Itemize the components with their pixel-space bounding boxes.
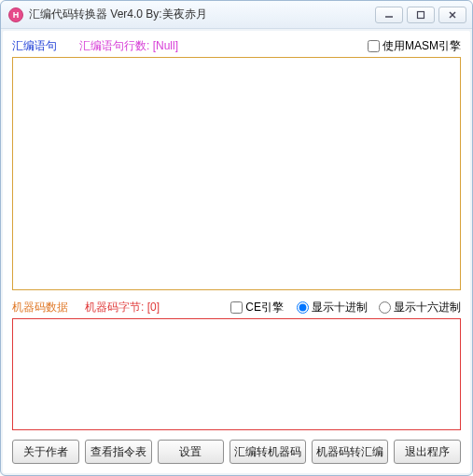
app-window: 汇编代码转换器 Ver4.0 By:美夜赤月 汇编语句 汇编语句行数: [Nul…: [0, 0, 473, 476]
asm-textarea[interactable]: [12, 57, 461, 290]
mc-header-row: 机器码数据 机器码字节: [0] CE引擎 显示十进制 显示十六进制: [12, 298, 461, 316]
mc-bytes-label-text: 机器码字节:: [85, 301, 144, 314]
use-masm-checkbox[interactable]: 使用MASM引擎: [368, 38, 461, 54]
minimize-button[interactable]: [375, 7, 403, 23]
window-title: 汇编代码转换器 Ver4.0 By:美夜赤月: [29, 7, 371, 22]
asm-to-mc-button[interactable]: 汇编转机器码: [230, 440, 306, 464]
opcode-table-button[interactable]: 查看指令表: [85, 440, 152, 464]
asm-lines-value: [Null]: [153, 39, 178, 52]
mc-textarea[interactable]: [12, 318, 461, 430]
close-button[interactable]: [438, 7, 466, 23]
app-icon: [8, 7, 23, 22]
asm-label: 汇编语句: [12, 38, 57, 54]
radix-dec-label: 显示十进制: [312, 300, 368, 315]
use-masm-label: 使用MASM引擎: [383, 38, 461, 54]
about-button[interactable]: 关于作者: [12, 440, 79, 464]
settings-button[interactable]: 设置: [158, 440, 225, 464]
button-row: 关于作者 查看指令表 设置 汇编转机器码 机器码转汇编 退出程序: [12, 440, 461, 464]
titlebar[interactable]: 汇编代码转换器 Ver4.0 By:美夜赤月: [1, 1, 472, 29]
asm-lines-label: 汇编语句行数: [Null]: [79, 38, 178, 54]
svg-rect-1: [418, 11, 424, 18]
mc-label: 机器码数据: [12, 300, 68, 315]
maximize-icon: [416, 10, 425, 20]
window-controls: [371, 7, 466, 23]
mc-bytes-value: [0]: [147, 301, 160, 314]
exit-button[interactable]: 退出程序: [394, 440, 461, 464]
close-icon: [448, 10, 457, 20]
maximize-button[interactable]: [407, 7, 435, 23]
ce-engine-checkbox-input[interactable]: [230, 301, 243, 314]
mc-to-asm-button[interactable]: 机器码转汇编: [312, 440, 388, 464]
use-masm-checkbox-input[interactable]: [368, 40, 380, 52]
minimize-icon: [384, 10, 394, 20]
radix-hex-input[interactable]: [379, 301, 391, 314]
ce-engine-checkbox[interactable]: CE引擎: [230, 300, 284, 315]
ce-engine-label: CE引擎: [245, 300, 284, 315]
radix-dec-radio[interactable]: 显示十进制: [297, 300, 368, 315]
radix-dec-input[interactable]: [297, 301, 309, 314]
asm-lines-label-text: 汇编语句行数:: [79, 39, 149, 52]
asm-header-row: 汇编语句 汇编语句行数: [Null] 使用MASM引擎: [12, 36, 461, 55]
radix-hex-label: 显示十六进制: [394, 300, 461, 315]
client-area: 汇编语句 汇编语句行数: [Null] 使用MASM引擎 机器码数据 机器码字节…: [3, 31, 470, 473]
radix-hex-radio[interactable]: 显示十六进制: [379, 300, 461, 315]
mc-bytes-label: 机器码字节: [0]: [85, 300, 160, 315]
